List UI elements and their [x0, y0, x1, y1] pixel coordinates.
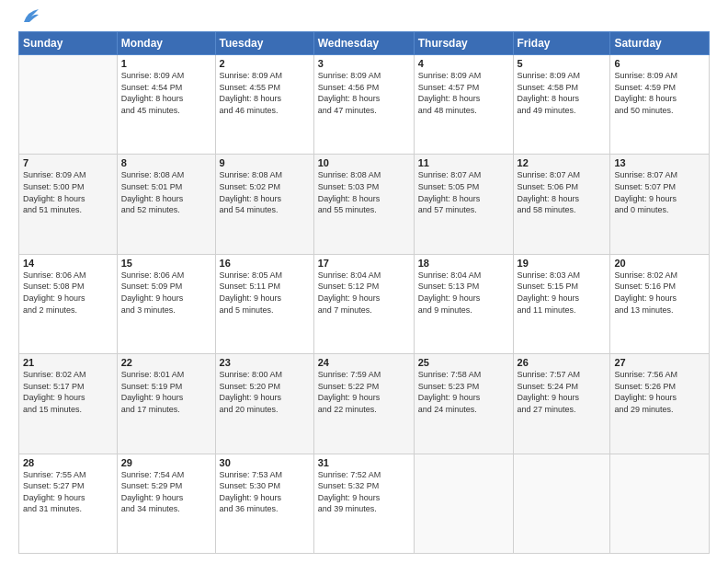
- day-header-friday: Friday: [513, 32, 610, 55]
- calendar-cell: [414, 454, 513, 553]
- day-number: 14: [23, 258, 113, 269]
- day-number: 11: [418, 157, 509, 168]
- day-number: 17: [318, 258, 410, 269]
- day-number: 6: [614, 58, 705, 69]
- day-info: Sunrise: 8:02 AM Sunset: 5:16 PM Dayligh…: [614, 270, 705, 316]
- day-number: 5: [518, 58, 607, 69]
- day-info: Sunrise: 7:57 AM Sunset: 5:24 PM Dayligh…: [518, 369, 607, 415]
- day-info: Sunrise: 7:54 AM Sunset: 5:29 PM Dayligh…: [121, 469, 211, 515]
- day-number: 13: [614, 157, 705, 168]
- calendar-table: SundayMondayTuesdayWednesdayThursdayFrid…: [18, 31, 710, 554]
- day-info: Sunrise: 7:53 AM Sunset: 5:30 PM Dayligh…: [220, 469, 310, 515]
- week-row-4: 21Sunrise: 8:02 AM Sunset: 5:17 PM Dayli…: [19, 354, 710, 454]
- logo: [18, 15, 40, 22]
- day-number: 10: [318, 157, 410, 168]
- calendar-cell: 28Sunrise: 7:55 AM Sunset: 5:27 PM Dayli…: [19, 454, 118, 553]
- day-number: 29: [121, 457, 211, 468]
- day-info: Sunrise: 8:09 AM Sunset: 4:57 PM Dayligh…: [418, 70, 509, 116]
- day-info: Sunrise: 8:04 AM Sunset: 5:13 PM Dayligh…: [418, 270, 509, 316]
- day-info: Sunrise: 8:07 AM Sunset: 5:05 PM Dayligh…: [418, 169, 509, 215]
- calendar-cell: 4Sunrise: 8:09 AM Sunset: 4:57 PM Daylig…: [414, 55, 513, 155]
- day-number: 15: [121, 258, 211, 269]
- calendar-cell: [513, 454, 610, 553]
- day-info: Sunrise: 8:08 AM Sunset: 5:02 PM Dayligh…: [220, 169, 310, 215]
- day-info: Sunrise: 7:59 AM Sunset: 5:22 PM Dayligh…: [318, 369, 410, 415]
- day-number: 1: [121, 58, 211, 69]
- calendar-cell: 15Sunrise: 8:06 AM Sunset: 5:09 PM Dayli…: [117, 254, 215, 353]
- day-info: Sunrise: 8:01 AM Sunset: 5:19 PM Dayligh…: [121, 369, 211, 415]
- day-info: Sunrise: 8:09 AM Sunset: 5:00 PM Dayligh…: [23, 169, 113, 215]
- calendar-cell: 8Sunrise: 8:08 AM Sunset: 5:01 PM Daylig…: [117, 155, 215, 254]
- day-number: 27: [614, 357, 705, 368]
- week-row-1: 1Sunrise: 8:09 AM Sunset: 4:54 PM Daylig…: [19, 55, 710, 155]
- header: [18, 15, 710, 22]
- calendar-cell: 13Sunrise: 8:07 AM Sunset: 5:07 PM Dayli…: [610, 155, 710, 254]
- calendar-cell: 18Sunrise: 8:04 AM Sunset: 5:13 PM Dayli…: [414, 254, 513, 353]
- day-info: Sunrise: 8:08 AM Sunset: 5:01 PM Dayligh…: [121, 169, 211, 215]
- calendar-cell: 14Sunrise: 8:06 AM Sunset: 5:08 PM Dayli…: [19, 254, 118, 353]
- day-header-monday: Monday: [117, 32, 215, 55]
- week-row-5: 28Sunrise: 7:55 AM Sunset: 5:27 PM Dayli…: [19, 454, 710, 553]
- day-info: Sunrise: 8:09 AM Sunset: 4:55 PM Dayligh…: [220, 70, 310, 116]
- calendar-header-row: SundayMondayTuesdayWednesdayThursdayFrid…: [19, 32, 710, 55]
- calendar-cell: 30Sunrise: 7:53 AM Sunset: 5:30 PM Dayli…: [215, 454, 313, 553]
- day-info: Sunrise: 8:02 AM Sunset: 5:17 PM Dayligh…: [23, 369, 113, 415]
- day-header-thursday: Thursday: [414, 32, 513, 55]
- calendar-cell: 9Sunrise: 8:08 AM Sunset: 5:02 PM Daylig…: [215, 155, 313, 254]
- day-number: 31: [318, 457, 410, 468]
- day-number: 19: [518, 258, 607, 269]
- day-number: 26: [518, 357, 607, 368]
- calendar-cell: 24Sunrise: 7:59 AM Sunset: 5:22 PM Dayli…: [313, 354, 414, 454]
- calendar-cell: 10Sunrise: 8:08 AM Sunset: 5:03 PM Dayli…: [313, 155, 414, 254]
- day-info: Sunrise: 7:52 AM Sunset: 5:32 PM Dayligh…: [318, 469, 410, 515]
- day-info: Sunrise: 8:03 AM Sunset: 5:15 PM Dayligh…: [518, 270, 607, 316]
- day-number: 24: [318, 357, 410, 368]
- calendar-cell: 12Sunrise: 8:07 AM Sunset: 5:06 PM Dayli…: [513, 155, 610, 254]
- day-info: Sunrise: 8:09 AM Sunset: 4:54 PM Dayligh…: [121, 70, 211, 116]
- calendar-cell: 22Sunrise: 8:01 AM Sunset: 5:19 PM Dayli…: [117, 354, 215, 454]
- day-info: Sunrise: 8:04 AM Sunset: 5:12 PM Dayligh…: [318, 270, 410, 316]
- day-number: 4: [418, 58, 509, 69]
- calendar-cell: 31Sunrise: 7:52 AM Sunset: 5:32 PM Dayli…: [313, 454, 414, 553]
- calendar-cell: 2Sunrise: 8:09 AM Sunset: 4:55 PM Daylig…: [215, 55, 313, 155]
- day-number: 2: [220, 58, 310, 69]
- calendar-cell: 21Sunrise: 8:02 AM Sunset: 5:17 PM Dayli…: [19, 354, 118, 454]
- calendar-cell: [610, 454, 710, 553]
- day-info: Sunrise: 7:55 AM Sunset: 5:27 PM Dayligh…: [23, 469, 113, 515]
- day-number: 28: [23, 457, 113, 468]
- calendar-cell: 26Sunrise: 7:57 AM Sunset: 5:24 PM Dayli…: [513, 354, 610, 454]
- day-number: 21: [23, 357, 113, 368]
- day-number: 22: [121, 357, 211, 368]
- day-info: Sunrise: 8:07 AM Sunset: 5:06 PM Dayligh…: [518, 169, 607, 215]
- calendar-cell: 27Sunrise: 7:56 AM Sunset: 5:26 PM Dayli…: [610, 354, 710, 454]
- calendar-cell: 20Sunrise: 8:02 AM Sunset: 5:16 PM Dayli…: [610, 254, 710, 353]
- calendar-cell: 3Sunrise: 8:09 AM Sunset: 4:56 PM Daylig…: [313, 55, 414, 155]
- day-header-saturday: Saturday: [610, 32, 710, 55]
- calendar-cell: 25Sunrise: 7:58 AM Sunset: 5:23 PM Dayli…: [414, 354, 513, 454]
- week-row-3: 14Sunrise: 8:06 AM Sunset: 5:08 PM Dayli…: [19, 254, 710, 353]
- calendar-cell: 19Sunrise: 8:03 AM Sunset: 5:15 PM Dayli…: [513, 254, 610, 353]
- day-number: 30: [220, 457, 310, 468]
- day-info: Sunrise: 7:56 AM Sunset: 5:26 PM Dayligh…: [614, 369, 705, 415]
- day-info: Sunrise: 8:07 AM Sunset: 5:07 PM Dayligh…: [614, 169, 705, 215]
- day-header-sunday: Sunday: [19, 32, 118, 55]
- day-info: Sunrise: 8:00 AM Sunset: 5:20 PM Dayligh…: [220, 369, 310, 415]
- day-info: Sunrise: 8:08 AM Sunset: 5:03 PM Dayligh…: [318, 169, 410, 215]
- day-info: Sunrise: 8:05 AM Sunset: 5:11 PM Dayligh…: [220, 270, 310, 316]
- calendar-cell: [19, 55, 118, 155]
- calendar-cell: 1Sunrise: 8:09 AM Sunset: 4:54 PM Daylig…: [117, 55, 215, 155]
- day-info: Sunrise: 7:58 AM Sunset: 5:23 PM Dayligh…: [418, 369, 509, 415]
- day-number: 25: [418, 357, 509, 368]
- calendar-cell: 6Sunrise: 8:09 AM Sunset: 4:59 PM Daylig…: [610, 55, 710, 155]
- calendar-cell: 11Sunrise: 8:07 AM Sunset: 5:05 PM Dayli…: [414, 155, 513, 254]
- day-info: Sunrise: 8:06 AM Sunset: 5:09 PM Dayligh…: [121, 270, 211, 316]
- day-number: 18: [418, 258, 509, 269]
- calendar-cell: 7Sunrise: 8:09 AM Sunset: 5:00 PM Daylig…: [19, 155, 118, 254]
- day-info: Sunrise: 8:09 AM Sunset: 4:58 PM Dayligh…: [518, 70, 607, 116]
- day-number: 16: [220, 258, 310, 269]
- logo-icon: [20, 9, 40, 26]
- calendar-cell: 23Sunrise: 8:00 AM Sunset: 5:20 PM Dayli…: [215, 354, 313, 454]
- calendar-cell: 29Sunrise: 7:54 AM Sunset: 5:29 PM Dayli…: [117, 454, 215, 553]
- day-number: 12: [518, 157, 607, 168]
- page: SundayMondayTuesdayWednesdayThursdayFrid…: [0, 0, 728, 563]
